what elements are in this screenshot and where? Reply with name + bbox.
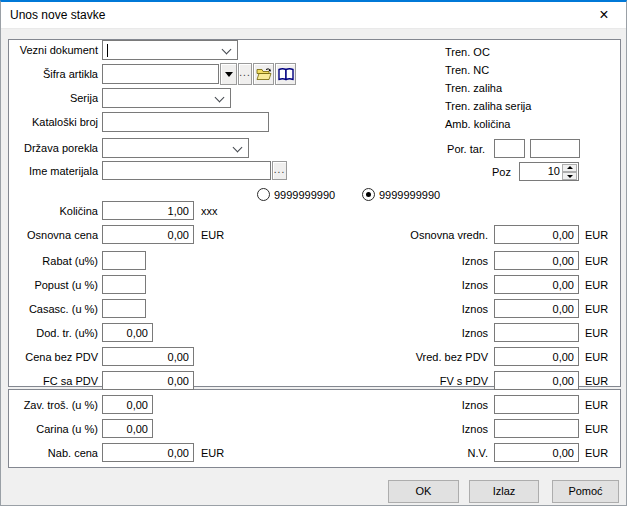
iznos-5-label: Iznos (381, 397, 488, 413)
iznos-1-label: Iznos (381, 253, 488, 269)
tren-zaliha-serija-label: Tren. zaliha serija (445, 98, 531, 114)
kataloski-broj-input[interactable] (102, 112, 269, 132)
sifra-artikla-input[interactable] (102, 64, 219, 84)
popust-label: Popust (u %) (5, 277, 98, 293)
dod-tr-input[interactable] (102, 323, 153, 342)
iznos-1-unit-label: EUR (585, 253, 608, 269)
amb-kolicina-label: Amb. količina (445, 116, 510, 132)
iznos-3-label: Iznos (381, 301, 488, 317)
arrow-up-icon (567, 166, 573, 169)
open-folder-icon (256, 68, 272, 81)
dropdown-arrow-icon (225, 72, 233, 77)
dialog-unos-nove-stavke: Unos nove stavke × Vezni dokument Šifra … (0, 0, 627, 506)
serija-combobox[interactable] (102, 88, 231, 108)
ime-materijala-label: Ime materijala (5, 163, 98, 179)
vred-bez-pdv-unit-label: EUR (585, 349, 608, 365)
casasc-label: Casasc. (u %) (5, 301, 98, 317)
iznos-6-label: Iznos (381, 421, 488, 437)
osnovna-cena-unit-label: EUR (201, 227, 224, 243)
poz-value: 10 (548, 165, 560, 177)
osnovna-cena-label: Osnovna cena (5, 227, 98, 243)
iznos-2-input[interactable] (494, 275, 579, 294)
tren-zaliha-label: Tren. zaliha (445, 80, 502, 96)
poz-spinner (562, 164, 577, 180)
zav-tros-input[interactable] (102, 395, 153, 414)
chevron-down-icon (215, 93, 225, 103)
fv-s-pdv-label: FV s PDV (381, 373, 488, 389)
nv-unit-label: EUR (585, 445, 608, 461)
ok-button[interactable]: OK (388, 480, 459, 503)
iznos-4-unit-label: EUR (585, 325, 608, 341)
osnovna-vredn-label: Osnovna vredn. (381, 227, 488, 243)
text-caret (107, 44, 108, 57)
catalog-book-icon (278, 68, 294, 81)
cena-bez-pdv-label: Cena bez PDV (5, 349, 98, 365)
iznos-6-unit-label: EUR (585, 421, 608, 437)
close-icon[interactable]: × (592, 4, 616, 26)
sifra-artikla-browse-button[interactable]: ... (238, 63, 252, 85)
iznos-3-input[interactable] (494, 299, 579, 318)
casasc-input[interactable] (102, 299, 146, 318)
cena-bez-pdv-input[interactable] (102, 347, 194, 366)
fv-s-pdv-unit-label: EUR (585, 373, 608, 389)
kataloski-broj-label: Kataloški broj (5, 114, 98, 130)
vred-bez-pdv-label: Vred. bez PDV (381, 349, 488, 365)
open-folder-button[interactable] (253, 63, 274, 85)
price-radio-2[interactable] (362, 188, 375, 201)
ime-materijala-input[interactable] (102, 161, 271, 180)
kolicina-label: Količina (5, 203, 98, 219)
osnovna-cena-input[interactable] (102, 225, 194, 244)
vezni-dokument-combobox[interactable] (102, 40, 238, 60)
iznos-5-input[interactable] (494, 395, 579, 414)
drzava-porekla-combobox[interactable] (102, 138, 249, 158)
nab-cena-label: Nab. cena (5, 445, 98, 461)
rabat-label: Rabat (u%) (5, 253, 98, 269)
por-tar-input-1[interactable] (494, 139, 525, 158)
por-tar-label: Por. tar. (401, 141, 485, 157)
kolicina-input[interactable] (102, 201, 194, 220)
drzava-porekla-label: Država porekla (5, 140, 98, 156)
fc-sa-pdv-input[interactable] (102, 371, 194, 390)
popust-input[interactable] (102, 275, 146, 294)
nab-cena-unit-label: EUR (201, 445, 224, 461)
price-radio-2-label: 9999999990 (379, 188, 440, 202)
fc-sa-pdv-label: FC sa PDV (5, 373, 98, 389)
iznos-4-label: Iznos (381, 325, 488, 341)
tren-nc-label: Tren. NC (445, 62, 489, 78)
nv-label: N.V. (381, 445, 488, 461)
spinner-up-button[interactable] (562, 164, 577, 172)
catalog-book-button[interactable] (275, 63, 296, 85)
price-radio-1[interactable] (257, 188, 270, 201)
zav-tros-label: Zav. troš. (u %) (5, 397, 98, 413)
iznos-1-input[interactable] (494, 251, 579, 270)
carina-input[interactable] (102, 419, 153, 438)
dialog-title: Unos nove stavke (10, 8, 105, 22)
por-tar-input-2[interactable] (530, 139, 580, 158)
fv-s-pdv-input[interactable] (494, 371, 579, 390)
vred-bez-pdv-input[interactable] (494, 347, 579, 366)
price-radio-1-label: 9999999990 (274, 188, 335, 202)
poz-spinbox[interactable]: 10 (519, 162, 579, 181)
dod-tr-label: Dod. tr. (u%) (5, 325, 98, 341)
tren-oc-label: Tren. OC (445, 44, 490, 60)
nv-input[interactable] (494, 443, 579, 462)
sifra-artikla-label: Šifra artikla (5, 66, 98, 82)
izlaz-button[interactable]: Izlaz (469, 480, 539, 503)
sifra-artikla-dropdown-button[interactable] (220, 63, 237, 85)
chevron-down-icon (222, 45, 232, 55)
iznos-4-input[interactable] (494, 323, 579, 342)
title-bar: Unos nove stavke × (1, 2, 626, 29)
nab-cena-input[interactable] (102, 443, 194, 462)
serija-label: Serija (5, 90, 98, 106)
iznos-6-input[interactable] (494, 419, 579, 438)
spinner-down-button[interactable] (562, 172, 577, 180)
osnovna-vredn-input[interactable] (494, 225, 579, 244)
vezni-dokument-label: Vezni dokument (5, 42, 98, 58)
arrow-down-icon (567, 175, 573, 178)
ime-materijala-browse-button[interactable]: ... (272, 161, 287, 180)
iznos-2-label: Iznos (381, 277, 488, 293)
pomoc-button[interactable]: Pomoć (552, 480, 619, 503)
rabat-input[interactable] (102, 251, 146, 270)
iznos-2-unit-label: EUR (585, 277, 608, 293)
carina-label: Carina (u %) (5, 421, 98, 437)
